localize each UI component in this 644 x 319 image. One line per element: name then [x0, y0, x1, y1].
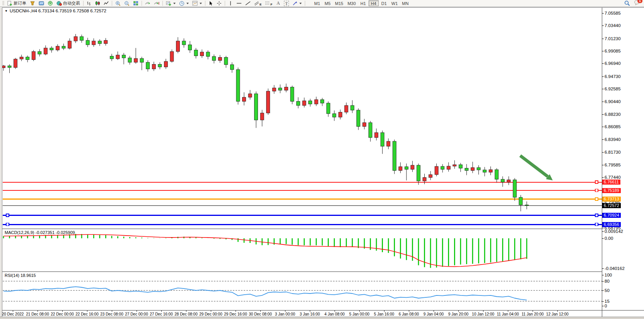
trendline-tool-button[interactable] — [244, 0, 252, 7]
template-button[interactable] — [191, 0, 203, 7]
autotrade-icon — [56, 1, 62, 6]
macd-tick-label: 0.00 — [605, 236, 613, 241]
search-icon — [624, 0, 630, 6]
chevron-down-icon[interactable]: ▼ — [5, 9, 8, 13]
toolbar-separator — [205, 1, 205, 6]
toolbar-grip[interactable] — [2, 1, 4, 6]
candlestick-icon — [95, 1, 100, 6]
price-tick-label: 6.92585 — [605, 87, 621, 91]
auto-trading-button[interactable]: 自动交易 — [55, 0, 82, 7]
chart-title: ▼USDCNH-,H4 6.73134 6.73519 6.72508 6.72… — [5, 8, 106, 13]
time-axis-label: 20 Dec 2022 — [2, 312, 24, 316]
notifications-chat[interactable]: 1 — [634, 0, 641, 7]
timeframe-W1[interactable]: W1 — [389, 0, 400, 6]
text-tool-button[interactable]: A — [274, 0, 282, 7]
line-chart-button[interactable] — [102, 0, 110, 7]
chart-shift-button[interactable] — [152, 0, 161, 7]
zoom-out-button[interactable] — [123, 0, 131, 7]
new-order-button[interactable]: 新订单 — [6, 0, 28, 7]
dropdown-caret-icon — [200, 3, 202, 4]
auto-scroll-button[interactable] — [143, 0, 152, 7]
timeframe-D1[interactable]: D1 — [379, 0, 389, 6]
chart-window-icon — [39, 1, 44, 6]
price-level-tag[interactable]: 6.76611 — [602, 180, 620, 185]
bar-chart-button[interactable] — [85, 0, 93, 7]
cursor-tool-button[interactable] — [207, 0, 215, 7]
timeframe-H1[interactable]: H1 — [358, 0, 368, 6]
rsi-tick-label: 100 — [605, 273, 612, 277]
timeframe-M1[interactable]: M1 — [312, 0, 322, 6]
candlestick-chart-button[interactable] — [94, 0, 102, 7]
timeframe-group: M1M5M15M30H1H4D1W1MN — [312, 0, 410, 6]
channel-letter: E — [260, 3, 261, 6]
price-level-tag[interactable]: 6.69356 — [602, 222, 621, 227]
time-axis-label: 28 Dec 08:00 — [174, 312, 198, 316]
crosshair-tool-button[interactable] — [215, 0, 223, 7]
search-button[interactable] — [623, 0, 632, 7]
channel-icon — [254, 1, 259, 6]
time-axis-label: 27 Dec 16:00 — [150, 312, 173, 316]
chart-window-button[interactable] — [37, 0, 46, 7]
horizontal-line-tool-button[interactable] — [235, 0, 243, 7]
styler-icon — [30, 1, 35, 6]
price-tick-label: 6.88230 — [605, 112, 621, 117]
tile-windows-button[interactable] — [132, 0, 140, 7]
price-level-tag[interactable]: 6.70924 — [602, 213, 621, 218]
cursor-icon — [208, 1, 213, 6]
price-tick-label: 6.90440 — [605, 99, 621, 104]
zoom-in-icon — [115, 1, 121, 6]
fibonacci-tool-button[interactable]: F — [263, 0, 274, 7]
time-axis-label: 12 Jan 12:00 — [546, 312, 569, 316]
arrow-styles-button[interactable] — [291, 0, 303, 7]
toolbar-right-group: 1 — [623, 0, 643, 7]
price-tick-label: 6.96940 — [605, 61, 621, 66]
dropdown-caret-icon — [299, 3, 302, 4]
tile-windows-icon — [133, 1, 138, 6]
macd-tick-label: 0.009142 — [605, 229, 623, 234]
timeframe-M30[interactable]: M30 — [345, 0, 357, 6]
signal-button[interactable] — [46, 0, 55, 7]
price-level-tag[interactable]: 6.73713 — [602, 197, 621, 202]
toolbar-separator — [112, 1, 112, 6]
fibonacci-letter: F — [270, 3, 272, 6]
toolbar-separator — [225, 1, 225, 6]
label-tool-button[interactable]: T — [282, 0, 290, 7]
time-axis-label: 11 Jan 20:00 — [521, 312, 543, 316]
dropdown-caret-icon — [186, 3, 189, 4]
auto-trading-label: 自动交易 — [63, 0, 80, 6]
time-axis-label: 29 Dec 00:00 — [199, 312, 222, 316]
timeframe-H4[interactable]: H4 — [369, 0, 379, 6]
price-tick-label: 6.94730 — [605, 74, 621, 79]
vertical-line-tool-button[interactable] — [227, 0, 234, 7]
timeframe-M5[interactable]: M5 — [323, 0, 333, 6]
periods-button[interactable] — [178, 0, 190, 7]
timeframe-M15[interactable]: M15 — [333, 0, 345, 6]
vertical-line-icon — [228, 1, 233, 6]
channel-tool-button[interactable]: E — [253, 0, 263, 7]
arrow-styles-icon — [292, 1, 297, 6]
zoom-in-button[interactable] — [114, 0, 122, 7]
indicators-add-button[interactable] — [164, 0, 177, 7]
toolbar-separator — [83, 1, 84, 6]
price-level-tag[interactable]: 6.75189 — [602, 188, 621, 193]
time-axis-label: 22 Dec 00:00 — [51, 312, 74, 316]
time-axis-label: 27 Dec 00:00 — [125, 312, 148, 316]
price-tick-label: 6.99085 — [605, 49, 621, 53]
time-axis-label: 5 Jan 16:00 — [374, 312, 394, 316]
toolbar-separator — [142, 1, 142, 6]
price-tick-label: 6.83940 — [605, 137, 621, 142]
window-bottom-frame — [0, 317, 644, 319]
dropdown-caret-icon — [173, 3, 176, 4]
time-axis-label: 23 Dec 08:00 — [100, 312, 123, 316]
styler-button[interactable] — [28, 0, 37, 7]
new-order-icon — [7, 1, 12, 6]
notification-badge: 1 — [637, 0, 642, 3]
time-axis-label: 22 Dec 16:00 — [75, 312, 99, 316]
timeframe-MN[interactable]: MN — [400, 0, 410, 6]
price-tick-label: 7.03440 — [605, 23, 621, 28]
macd-tick-label: -0.040162 — [605, 266, 625, 271]
macd-values: -0.027351 -0.025909 — [35, 230, 75, 235]
rsi-tick-label: 0 — [605, 304, 607, 308]
main-toolbar: 新订单 自动交易 — [0, 0, 644, 7]
rsi-value: 18.9615 — [20, 273, 36, 278]
